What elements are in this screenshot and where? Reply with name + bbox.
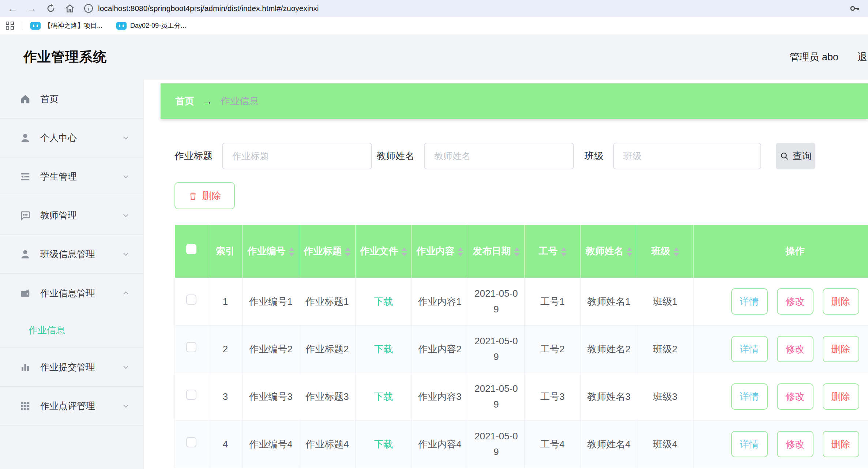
select-all-checkbox[interactable] — [186, 244, 196, 254]
table-row: 4 作业编号4 作业标题4 下载 作业内容4 2021-05-09 工号4 教师… — [175, 420, 868, 468]
download-link[interactable]: 下载 — [374, 391, 393, 402]
edit-button[interactable]: 修改 — [777, 383, 813, 410]
home-nav-icon[interactable] — [65, 4, 75, 13]
cell-homework-file: 下载 — [356, 373, 412, 420]
cell-actions: 详情 修改 删除 — [694, 373, 868, 420]
class-input[interactable] — [613, 143, 761, 169]
address-bar[interactable]: i localhost:8080/springboot4prsj/admin/d… — [84, 3, 860, 14]
sidebar-item-teacher-management[interactable]: 教师管理 — [0, 196, 143, 235]
sidebar-item-label: 教师管理 — [40, 209, 77, 221]
bookmark-item[interactable]: Day02-09-员工分... — [116, 21, 186, 30]
cell-homework-title: 作业标题1 — [299, 278, 356, 325]
sort-carets[interactable] — [561, 247, 567, 256]
forward-icon[interactable]: → — [27, 4, 37, 13]
detail-button[interactable]: 详情 — [731, 288, 768, 315]
main-content: 首页 → 作业信息 作业标题 教师姓名 班级 查询 — [144, 80, 868, 469]
sidebar-item-personal-center[interactable]: 个人中心 — [0, 119, 143, 157]
col-index: 索引 — [208, 225, 243, 278]
edit-button[interactable]: 修改 — [777, 336, 813, 362]
col-job-no: 工号 — [525, 225, 581, 278]
cell-publish-date: 2021-05-09 — [468, 373, 525, 420]
cell-publish-date: 2021-05-09 — [468, 420, 525, 468]
current-user-label: 管理员 abo — [789, 50, 838, 64]
sidebar-item-student-management[interactable]: 学生管理 — [0, 157, 143, 196]
bookmarks-bar: 【码神之路】项目... Day02-09-员工分... — [0, 17, 868, 34]
cell-class: 班级1 — [637, 278, 694, 325]
col-homework-no: 作业编号 — [243, 225, 299, 278]
logout-button[interactable]: 退 — [857, 50, 867, 64]
download-link[interactable]: 下载 — [374, 296, 393, 307]
download-link[interactable]: 下载 — [374, 439, 393, 450]
sidebar-subitem-homework-info[interactable]: 作业信息 — [0, 312, 143, 348]
bilibili-tv-icon — [116, 22, 127, 30]
cell-homework-title: 作业标题2 — [299, 325, 356, 373]
row-delete-button[interactable]: 删除 — [823, 383, 859, 410]
sidebar-item-label: 学生管理 — [40, 170, 77, 183]
sort-carets[interactable] — [289, 247, 294, 256]
url-text[interactable]: localhost:8080/springboot4prsj/admin/dis… — [98, 4, 319, 13]
sidebar-item-homework-submit-management[interactable]: 作业提交管理 — [0, 348, 143, 387]
sidebar-item-label: 班级信息管理 — [40, 248, 95, 260]
sort-carets[interactable] — [514, 247, 520, 256]
edit-button[interactable]: 修改 — [777, 288, 813, 315]
breadcrumb-home-link[interactable]: 首页 — [175, 95, 194, 108]
detail-button[interactable]: 详情 — [731, 431, 768, 457]
col-class: 班级 — [637, 225, 694, 278]
cell-homework-no: 作业编号1 — [243, 278, 299, 325]
bookmark-item[interactable]: 【码神之路】项目... — [30, 21, 102, 30]
site-info-icon[interactable]: i — [84, 4, 93, 13]
detail-button[interactable]: 详情 — [731, 383, 768, 410]
user-icon — [20, 249, 31, 260]
cell-homework-content: 作业内容2 — [412, 325, 468, 373]
bookmark-label: Day02-09-员工分... — [130, 21, 186, 30]
row-delete-button[interactable]: 删除 — [823, 336, 859, 362]
cell-homework-file: 下载 — [356, 420, 412, 468]
bar-chart-icon — [20, 362, 31, 373]
sort-carets[interactable] — [401, 247, 407, 256]
sidebar-item-home[interactable]: 首页 — [0, 80, 143, 119]
refresh-icon[interactable] — [46, 4, 56, 13]
sidebar-item-homework-info-management[interactable]: 作业信息管理 — [0, 274, 143, 312]
edit-button[interactable]: 修改 — [777, 431, 813, 457]
back-icon[interactable]: ← — [8, 4, 18, 13]
cell-actions: 详情 修改 删除 — [694, 278, 868, 325]
sort-carets[interactable] — [345, 247, 351, 256]
row-select-cell — [175, 420, 208, 468]
detail-button[interactable]: 详情 — [731, 336, 768, 362]
password-key-icon[interactable] — [849, 3, 860, 14]
query-button[interactable]: 查询 — [776, 143, 815, 169]
download-link[interactable]: 下载 — [374, 344, 393, 354]
select-all-header — [175, 225, 208, 278]
cell-homework-title: 作业标题3 — [299, 373, 356, 420]
col-homework-file: 作业文件 — [356, 225, 412, 278]
row-checkbox[interactable] — [186, 342, 196, 352]
sidebar-item-label: 作业点评管理 — [40, 400, 95, 412]
apps-grid-icon[interactable] — [6, 22, 14, 30]
sidebar-item-homework-review-management[interactable]: 作业点评管理 — [0, 387, 143, 425]
sort-carets[interactable] — [627, 247, 632, 256]
cell-job-no: 工号1 — [525, 278, 581, 325]
row-delete-button[interactable]: 删除 — [823, 288, 859, 315]
cell-job-no: 工号3 — [525, 373, 581, 420]
cell-teacher-name: 教师姓名4 — [581, 420, 637, 468]
sort-carets[interactable] — [458, 247, 463, 256]
homework-title-input[interactable] — [222, 143, 372, 169]
search-form: 作业标题 教师姓名 班级 查询 — [174, 143, 868, 169]
table-header-row: 索引 作业编号 作业标题 作业文件 作业内容 发布日期 工号 教师姓名 班级 操… — [175, 225, 868, 278]
col-homework-content: 作业内容 — [412, 225, 468, 278]
row-checkbox[interactable] — [186, 390, 196, 400]
row-checkbox[interactable] — [186, 294, 196, 305]
row-select-cell — [175, 373, 208, 420]
bulk-delete-button[interactable]: 删除 — [174, 182, 235, 209]
sort-carets[interactable] — [673, 247, 679, 256]
cell-homework-content: 作业内容1 — [412, 278, 468, 325]
col-publish-date: 发布日期 — [468, 225, 525, 278]
chevron-down-icon — [121, 250, 130, 259]
row-checkbox[interactable] — [186, 437, 196, 447]
sidebar-item-class-management[interactable]: 班级信息管理 — [0, 235, 143, 274]
row-delete-button[interactable]: 删除 — [823, 431, 859, 457]
table-row: 3 作业编号3 作业标题3 下载 作业内容3 2021-05-09 工号3 教师… — [175, 373, 868, 420]
teacher-name-input[interactable] — [424, 143, 574, 169]
cell-index: 4 — [208, 420, 243, 468]
cell-publish-date: 2021-05-09 — [468, 325, 525, 373]
